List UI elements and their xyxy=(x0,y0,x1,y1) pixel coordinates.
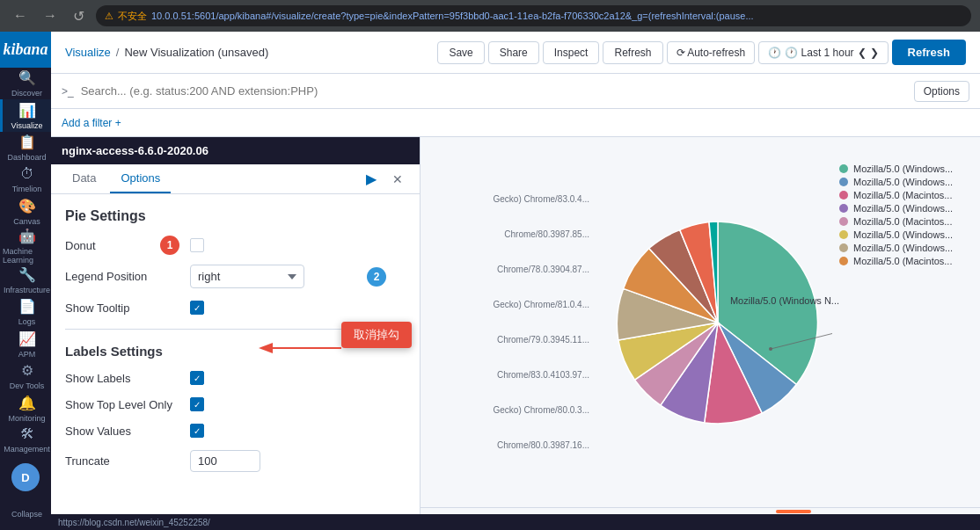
time-label: 🕐 Last 1 hour xyxy=(785,47,853,59)
sidebar-item-timelion[interactable]: ⏱ Timelion xyxy=(0,163,51,195)
legend-item-6: Mozilla/5.0 (Windows... xyxy=(839,243,980,253)
chart-label-6: Gecko) Chrome/80.0.3... xyxy=(438,405,596,415)
sidebar-item-monitoring[interactable]: 🔔 Monitoring xyxy=(0,392,51,424)
truncate-control xyxy=(190,450,406,472)
sidebar: kibana 🔍 Discover 📊 Visualize 📋 Dashboar… xyxy=(0,32,51,530)
show-tooltip-control: ✓ xyxy=(190,301,406,315)
time-picker-button[interactable]: 🕐 🕐 Last 1 hour ❮ ❯ xyxy=(758,41,888,64)
sidebar-item-management[interactable]: 🛠 Management xyxy=(0,425,51,456)
legend-label-5: Mozilla/5.0 (Windows... xyxy=(853,229,953,240)
browser-chrome: ← → ↺ ⚠ 不安全 10.0.0.51:5601/app/kibana#/v… xyxy=(0,0,980,32)
add-filter-button[interactable]: Add a filter + xyxy=(62,117,121,129)
legend-color-6 xyxy=(839,243,848,252)
legend-item-1: Mozilla/5.0 (Windows... xyxy=(839,177,980,187)
forward-button[interactable]: → xyxy=(39,6,62,25)
chevron-left-icon: ❮ xyxy=(858,47,867,59)
sidebar-item-machine-learning[interactable]: 🤖 Machine Learning xyxy=(0,228,51,265)
options-button[interactable]: Options xyxy=(914,81,969,102)
inspect-button[interactable]: Inspect xyxy=(543,41,600,64)
sidebar-item-dashboard[interactable]: 📋 Dashboard xyxy=(0,132,51,163)
back-button[interactable]: ← xyxy=(9,6,32,25)
legend-position-select[interactable]: right left top bottom xyxy=(190,265,304,288)
donut-control: 1 xyxy=(190,238,406,252)
tab-options[interactable]: Options xyxy=(110,164,171,193)
show-top-level-row: Show Top Level Only ✓ xyxy=(65,397,406,411)
refresh-button[interactable]: Refresh xyxy=(603,41,662,64)
timelion-icon: ⏱ xyxy=(20,166,34,182)
share-button[interactable]: Share xyxy=(488,41,539,64)
close-panel-button[interactable]: ✕ xyxy=(386,168,409,191)
reload-button[interactable]: ↺ xyxy=(69,6,89,26)
avatar[interactable]: D xyxy=(11,463,40,491)
sidebar-item-logs[interactable]: 📄 Logs xyxy=(0,296,51,328)
search-bar: >_ Options xyxy=(51,74,980,109)
show-labels-row: Show Labels ✓ xyxy=(65,371,406,385)
legend-item-4: Mozilla/5.0 (Macintos... xyxy=(839,216,980,227)
breadcrumb-current: New Visualization (unsaved) xyxy=(124,46,268,59)
show-top-level-checkbox[interactable]: ✓ xyxy=(190,397,204,411)
legend-item-0: Mozilla/5.0 (Windows... xyxy=(839,163,980,174)
legend-position-label: Legend Position xyxy=(65,270,179,283)
run-button[interactable]: ▶ xyxy=(360,168,383,191)
legend-item-3: Mozilla/5.0 (Windows... xyxy=(839,203,980,214)
chart-label-5: Chrome/83.0.4103.97... xyxy=(438,370,596,380)
sidebar-item-label: APM xyxy=(18,350,36,359)
scrollbar-thumb[interactable] xyxy=(776,510,811,513)
donut-checkbox[interactable] xyxy=(190,238,204,252)
save-button[interactable]: Save xyxy=(437,41,484,64)
url-bar[interactable]: ⚠ 不安全 10.0.0.51:5601/app/kibana#/visuali… xyxy=(96,5,971,26)
top-bar: Visualize / New Visualization (unsaved) … xyxy=(51,32,980,74)
chart-label-0: Gecko) Chrome/83.0.4... xyxy=(438,194,596,204)
breadcrumb-visualize-link[interactable]: Visualize xyxy=(65,46,111,59)
legend-label-3: Mozilla/5.0 (Windows... xyxy=(853,203,953,214)
chart-labels: Gecko) Chrome/83.0.4... Chrome/80.3987.8… xyxy=(438,155,596,490)
bottom-scrollbar[interactable] xyxy=(421,507,980,514)
sidebar-collapse[interactable]: Collapse xyxy=(9,498,42,530)
sidebar-item-infrastructure[interactable]: 🔧 Infrastructure xyxy=(0,265,51,296)
show-values-checkbox[interactable]: ✓ xyxy=(190,424,204,438)
sidebar-item-devtools[interactable]: ⚙ Dev Tools xyxy=(0,360,51,392)
apm-icon: 📈 xyxy=(18,330,36,347)
sidebar-item-label: Logs xyxy=(18,317,36,326)
show-labels-checkbox[interactable]: ✓ xyxy=(190,371,204,385)
sidebar-item-canvas[interactable]: 🎨 Canvas xyxy=(0,196,51,228)
sidebar-item-label: Visualize xyxy=(11,121,43,130)
tab-data[interactable]: Data xyxy=(62,164,106,193)
show-top-level-control: ✓ xyxy=(190,397,406,411)
legend-color-1 xyxy=(839,178,848,186)
sidebar-item-discover[interactable]: 🔍 Discover xyxy=(0,68,51,99)
sidebar-item-apm[interactable]: 📈 APM xyxy=(0,329,51,360)
show-tooltip-row: Show Tooltip ✓ xyxy=(65,301,406,315)
legend-label-7: Mozilla/5.0 (Macintos... xyxy=(853,256,952,266)
sidebar-item-visualize[interactable]: 📊 Visualize xyxy=(0,99,51,131)
infrastructure-icon: 🔧 xyxy=(18,266,36,283)
time-icon: 🕐 xyxy=(768,47,781,59)
auto-refresh-button[interactable]: ⟳ Auto-refresh xyxy=(667,41,756,64)
dashboard-icon: 📋 xyxy=(18,134,36,150)
legend-color-4 xyxy=(839,217,848,226)
show-labels-label: Show Labels xyxy=(65,372,179,385)
search-input[interactable] xyxy=(81,84,907,98)
sidebar-item-label: Dev Tools xyxy=(10,381,44,390)
sidebar-item-label: Machine Learning xyxy=(3,247,51,265)
truncate-label: Truncate xyxy=(65,454,179,468)
panel-tab-actions: ▶ ✕ xyxy=(360,164,409,193)
status-url: https://blog.csdn.net/weixin_45252258/ xyxy=(58,518,210,527)
refresh-main-button[interactable]: Refresh xyxy=(892,40,966,65)
annotation-badge-1: 1 xyxy=(160,236,179,255)
left-panel: nginx-access-6.6.0-2020.06 Data Options … xyxy=(51,137,421,514)
chart-label-2: Chrome/78.0.3904.87... xyxy=(438,265,596,274)
legend-item-7: Mozilla/5.0 (Macintos... xyxy=(839,256,980,266)
sidebar-item-label: Management xyxy=(4,445,50,454)
legend-color-0 xyxy=(839,164,848,173)
truncate-row: Truncate xyxy=(65,450,406,472)
panel-tabs: Data Options ▶ ✕ xyxy=(51,164,420,194)
cancel-popup: 取消掉勾 xyxy=(341,322,412,348)
app-logo[interactable]: kibana xyxy=(0,32,51,68)
show-values-row: Show Values ✓ xyxy=(65,424,406,438)
show-tooltip-checkbox[interactable]: ✓ xyxy=(190,301,204,315)
truncate-input[interactable] xyxy=(190,450,260,472)
discover-icon: 🔍 xyxy=(18,69,36,86)
content-area: nginx-access-6.6.0-2020.06 Data Options … xyxy=(51,137,980,514)
sidebar-item-label: Infrastructure xyxy=(4,286,50,294)
